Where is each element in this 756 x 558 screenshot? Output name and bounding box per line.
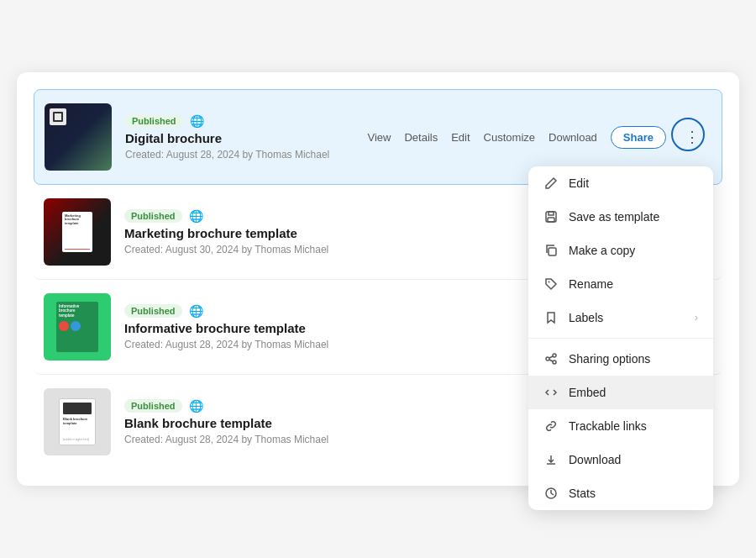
main-container: Published 🌐 Digital brochure Created: Au… <box>17 72 739 486</box>
menu-label-labels: Labels <box>569 311 603 324</box>
customize-link[interactable]: Customize <box>484 131 535 144</box>
thumbnail-digital <box>45 103 112 171</box>
menu-label-sharing: Sharing options <box>569 352 650 366</box>
bookmark-icon <box>543 310 559 325</box>
menu-item-trackable[interactable]: Trackable links <box>528 409 713 443</box>
menu-label-download: Download <box>569 453 621 466</box>
item-row-digital: Published 🌐 Digital brochure Created: Au… <box>34 89 722 185</box>
menu-item-sharing[interactable]: Sharing options <box>528 342 713 376</box>
more-button[interactable]: ⋮ <box>680 124 705 150</box>
thumbnail-blank: Blank brochuretemplate [subtitle or tagl… <box>44 388 111 455</box>
svg-point-4 <box>549 282 550 283</box>
svg-rect-3 <box>549 248 556 255</box>
globe-icon-blank: 🌐 <box>189 399 203 413</box>
download-link[interactable]: Download <box>549 131 597 144</box>
more-button-wrapper: ⋮ Edit <box>680 124 705 150</box>
item-title-digital: Digital brochure <box>125 131 368 145</box>
thumbnail-marketing: Marketingbrochuretemplate <box>44 198 111 266</box>
menu-label-make-copy: Make a copy <box>569 244 635 257</box>
menu-item-stats[interactable]: Stats <box>528 476 713 510</box>
menu-divider-1 <box>528 338 713 339</box>
svg-point-7 <box>553 361 556 364</box>
svg-rect-1 <box>549 212 554 215</box>
globe-icon-digital: 🌐 <box>190 114 204 128</box>
menu-item-edit[interactable]: Edit <box>528 166 713 200</box>
status-badge-blank: Published <box>124 399 182 413</box>
edit-link[interactable]: Edit <box>451 131 470 144</box>
thumbnail-informative: Informativebrochuretemplate <box>44 293 111 361</box>
item-info-digital: Published 🌐 Digital brochure Created: Au… <box>125 114 368 161</box>
menu-item-download[interactable]: Download <box>528 443 713 476</box>
globe-icon-informative: 🌐 <box>189 304 203 318</box>
save-icon <box>543 209 559 224</box>
copy-icon <box>543 243 559 258</box>
details-link[interactable]: Details <box>404 131 438 144</box>
code-icon <box>543 385 559 400</box>
share-icon <box>543 351 559 366</box>
menu-label-edit: Edit <box>569 176 589 190</box>
item-meta-digital: Created: August 28, 2024 by Thomas Micha… <box>125 149 368 161</box>
menu-label-embed: Embed <box>569 386 606 399</box>
menu-item-embed[interactable]: Embed <box>528 376 713 409</box>
menu-item-labels[interactable]: Labels › <box>528 301 713 334</box>
svg-point-6 <box>546 357 549 361</box>
context-menu: Edit Save as template <box>528 166 713 510</box>
menu-label-save-template: Save as template <box>569 210 659 224</box>
tag-icon <box>543 276 559 292</box>
view-link[interactable]: View <box>368 131 391 144</box>
menu-label-stats: Stats <box>569 487 596 500</box>
badge-row-digital: Published 🌐 <box>125 114 368 128</box>
download-icon <box>543 452 559 467</box>
stats-icon <box>543 486 559 501</box>
menu-item-save-template[interactable]: Save as template <box>528 200 713 234</box>
item-actions-digital: View Details Edit Customize Download Sha… <box>368 124 706 150</box>
menu-label-trackable: Trackable links <box>569 419 647 433</box>
status-badge-informative: Published <box>124 304 182 318</box>
share-button[interactable]: Share <box>611 126 666 149</box>
pencil-icon <box>543 176 559 191</box>
chevron-right-icon: › <box>695 312 698 324</box>
menu-item-rename[interactable]: Rename <box>528 267 713 301</box>
svg-point-5 <box>553 354 556 357</box>
menu-item-make-copy[interactable]: Make a copy <box>528 234 713 267</box>
svg-rect-2 <box>548 218 554 222</box>
menu-label-rename: Rename <box>569 277 613 291</box>
link-icon <box>543 418 559 434</box>
status-badge-digital: Published <box>125 114 183 128</box>
globe-icon-marketing: 🌐 <box>189 209 203 223</box>
status-badge-marketing: Published <box>124 209 182 223</box>
